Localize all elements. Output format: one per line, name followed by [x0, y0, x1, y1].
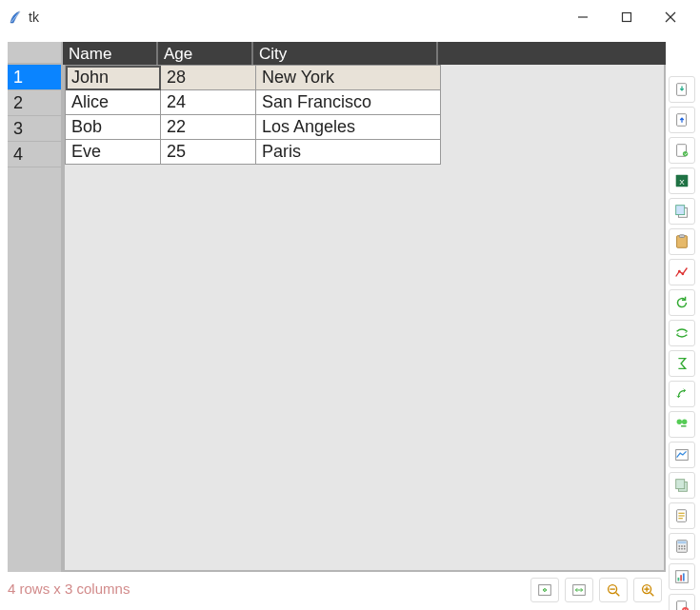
cell-name[interactable]: Alice [66, 90, 161, 115]
column-header-name[interactable]: Name [63, 42, 158, 65]
right-toolbar: X [669, 76, 697, 610]
app-body: 1234 NameAgeCity John28New YorkAlice24Sa… [0, 34, 700, 610]
row-index-cell[interactable]: 4 [8, 142, 61, 167]
row-index-header[interactable] [8, 42, 61, 65]
column-header-age[interactable]: Age [158, 42, 253, 65]
query-button[interactable] [669, 442, 695, 468]
table-info-button[interactable] [669, 502, 695, 529]
svg-point-24 [678, 545, 680, 547]
table-row[interactable]: Eve25Paris [66, 140, 441, 165]
query-icon [673, 446, 690, 463]
contract-cols-icon [536, 581, 553, 599]
import-button[interactable] [669, 76, 695, 103]
row-index-cell[interactable]: 1 [8, 65, 61, 90]
duplicate-button[interactable] [669, 472, 695, 499]
row-index-cell[interactable]: 2 [8, 90, 61, 116]
aggregate-icon [673, 355, 690, 372]
excel-icon: X [673, 172, 690, 189]
row-index-cell[interactable]: 3 [8, 116, 61, 142]
calculator-button[interactable] [669, 533, 695, 560]
window-titlebar: tk [0, 0, 700, 34]
duplicate-icon [673, 477, 690, 494]
svg-point-17 [682, 420, 687, 424]
svg-rect-32 [680, 575, 682, 580]
svg-line-39 [616, 593, 620, 597]
cell-name[interactable]: Eve [66, 140, 161, 165]
table-row[interactable]: John28New York [66, 66, 441, 90]
cell-age[interactable]: 24 [161, 90, 256, 115]
svg-point-26 [684, 545, 686, 547]
copy-icon [673, 203, 690, 220]
svg-rect-33 [683, 573, 685, 580]
pivot-icon [673, 385, 690, 403]
cell-name[interactable]: John [66, 66, 161, 90]
export-icon [673, 111, 690, 128]
svg-rect-1 [623, 13, 631, 22]
svg-text:X: X [679, 178, 685, 187]
aggregate-button[interactable] [669, 350, 695, 377]
status-text: 4 rows x 3 columns [8, 580, 130, 597]
plot-icon [673, 264, 690, 281]
cell-city[interactable]: Paris [256, 140, 441, 165]
svg-point-16 [677, 420, 682, 424]
cell-age[interactable]: 25 [161, 140, 256, 165]
export-button[interactable] [669, 107, 695, 133]
svg-point-29 [684, 548, 686, 550]
clear-icon [673, 599, 690, 610]
excel-button[interactable]: X [669, 167, 695, 194]
transpose-button[interactable] [669, 320, 695, 346]
svg-rect-31 [678, 578, 680, 581]
table-body[interactable]: John28New YorkAlice24San FranciscoBob22L… [63, 65, 666, 572]
cell-age[interactable]: 22 [161, 115, 256, 140]
import-icon [673, 81, 690, 98]
zoom-in-button[interactable] [633, 578, 662, 602]
plot-button[interactable] [669, 259, 695, 285]
chart-icon [673, 568, 690, 585]
calculator-icon [673, 538, 690, 555]
refresh-icon [673, 294, 690, 311]
svg-rect-23 [678, 541, 687, 544]
svg-rect-11 [676, 206, 685, 215]
melt-icon [673, 416, 690, 433]
zoom-out-button[interactable] [599, 578, 628, 602]
maximize-button[interactable] [605, 3, 649, 31]
refresh-button[interactable] [669, 289, 695, 316]
svg-rect-20 [676, 480, 685, 489]
load-button[interactable] [669, 137, 695, 164]
svg-line-42 [650, 593, 654, 597]
tk-feather-icon [8, 10, 23, 25]
svg-point-28 [681, 548, 683, 550]
contract-cols-button[interactable] [530, 578, 559, 602]
clear-button[interactable] [669, 594, 695, 610]
cell-name[interactable]: Bob [66, 115, 161, 140]
paste-button[interactable] [669, 228, 695, 255]
column-header-city[interactable]: City [253, 42, 438, 65]
row-index-column: 1234 [8, 42, 63, 572]
cell-age[interactable]: 28 [161, 66, 256, 90]
copy-button[interactable] [669, 198, 695, 225]
column-header-row: NameAgeCity [63, 42, 666, 65]
column-header-filler [438, 42, 666, 65]
pivot-button[interactable] [669, 381, 695, 407]
paste-icon [673, 233, 690, 250]
table-row[interactable]: Bob22Los Angeles [66, 115, 441, 140]
expand-cols-button[interactable] [565, 578, 593, 602]
minimize-button[interactable] [561, 3, 605, 31]
zoom-out-icon [605, 581, 622, 599]
expand-cols-icon [570, 581, 588, 599]
load-icon [673, 142, 690, 159]
cell-city[interactable]: San Francisco [256, 90, 441, 115]
zoom-in-icon [639, 581, 656, 599]
svg-point-15 [682, 272, 685, 275]
close-button[interactable] [649, 3, 692, 31]
table-info-icon [673, 507, 690, 524]
svg-point-27 [678, 548, 680, 550]
cell-city[interactable]: New York [256, 66, 441, 90]
svg-point-14 [678, 270, 681, 273]
table-row[interactable]: Alice24San Francisco [66, 90, 441, 115]
table-area: 1234 NameAgeCity John28New YorkAlice24Sa… [8, 42, 666, 572]
window-title: tk [29, 10, 39, 25]
chart-button[interactable] [669, 563, 695, 590]
cell-city[interactable]: Los Angeles [256, 115, 441, 140]
melt-button[interactable] [669, 411, 695, 438]
